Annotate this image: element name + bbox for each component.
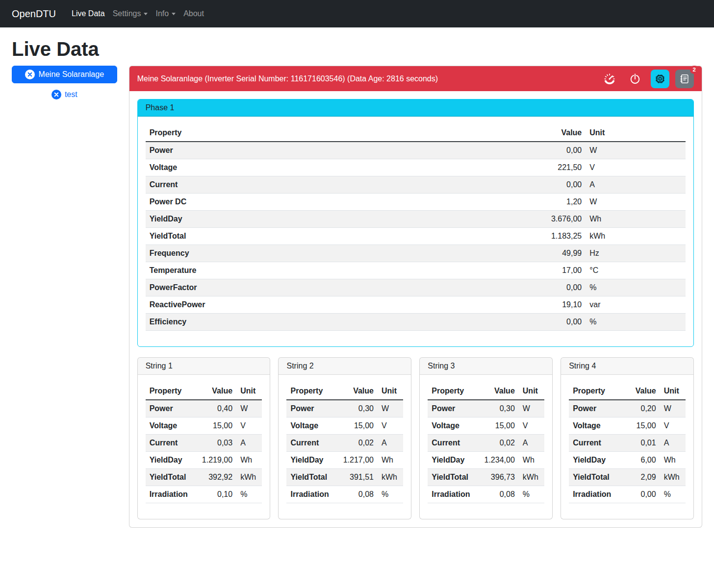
value-cell: 0,02 xyxy=(333,435,378,452)
value-cell: 391,51 xyxy=(333,469,378,486)
value-cell: 221,50 xyxy=(515,159,586,176)
unit-cell: A xyxy=(660,435,686,452)
property-cell: YieldDay xyxy=(286,452,333,469)
unit-cell: V xyxy=(586,159,686,176)
property-cell: Irradiation xyxy=(428,486,474,503)
unit-cell: V xyxy=(378,417,403,435)
unit-cell: var xyxy=(586,296,686,314)
unit-cell: % xyxy=(378,486,403,503)
nav-item-label: Info xyxy=(155,9,169,18)
property-cell: Irradiation xyxy=(569,486,615,503)
table-row: YieldTotal396,73kWh xyxy=(428,469,544,486)
unit-cell: kWh xyxy=(660,469,686,486)
property-cell: Power DC xyxy=(146,194,515,211)
phase-card-body: Property Value Unit Power0,00WVoltage221… xyxy=(138,117,693,346)
property-cell: YieldTotal xyxy=(146,469,192,486)
unit-cell: Wh xyxy=(660,452,686,469)
device-info-button[interactable] xyxy=(651,70,669,88)
table-row: Power0,40W xyxy=(146,400,262,417)
event-log-button[interactable]: 2 xyxy=(675,70,694,88)
inverter-card: Meine Solaranlage (Inverter Serial Numbe… xyxy=(129,66,702,528)
table-row: YieldDay6,00Wh xyxy=(569,452,686,469)
power-control-button[interactable] xyxy=(629,73,641,85)
string-table: Property Value Unit Power0,30WVoltage15,… xyxy=(286,383,403,503)
unit-cell: A xyxy=(378,435,403,452)
value-cell: 0,20 xyxy=(615,400,660,417)
string-card-body: Property Value Unit Power0,40WVoltage15,… xyxy=(138,375,270,519)
value-cell: 15,00 xyxy=(333,417,378,435)
table-row: PowerFactor0,00% xyxy=(146,279,686,296)
property-cell: Voltage xyxy=(146,159,515,176)
sidebar-item-test[interactable]: test xyxy=(12,90,117,99)
table-row: YieldDay1.234,00Wh xyxy=(428,452,544,469)
property-cell: YieldDay xyxy=(569,452,615,469)
string-card: String 1 Property Value Unit xyxy=(137,357,271,519)
chevron-down-icon xyxy=(144,13,148,15)
value-cell: 17,00 xyxy=(515,262,586,279)
string-table: Property Value Unit Power0,30WVoltage15,… xyxy=(428,383,544,503)
unit-cell: kWh xyxy=(519,469,544,486)
value-cell: 0,00 xyxy=(515,142,586,159)
limit-settings-button[interactable] xyxy=(603,72,616,86)
property-cell: YieldTotal xyxy=(569,469,615,486)
unit-cell: kWh xyxy=(236,469,262,486)
nav-item-about[interactable]: About xyxy=(179,5,208,22)
property-cell: ReactivePower xyxy=(146,296,515,314)
unit-cell: V xyxy=(519,417,544,435)
string-card: String 4 Property Value Unit xyxy=(561,357,694,519)
value-cell: 0,00 xyxy=(615,486,660,503)
navbar: OpenDTU Live Data Settings Info About xyxy=(0,0,714,27)
value-cell: 0,02 xyxy=(474,435,518,452)
value-cell: 15,00 xyxy=(192,417,236,435)
unit-cell: Hz xyxy=(586,245,686,262)
property-cell: PowerFactor xyxy=(146,279,515,296)
value-cell: 0,40 xyxy=(192,400,236,417)
nav-item-settings[interactable]: Settings xyxy=(109,5,152,22)
unit-cell: % xyxy=(586,314,686,331)
inverter-header-text: Meine Solaranlage (Inverter Serial Numbe… xyxy=(137,74,603,83)
column-header-value: Value xyxy=(615,383,660,400)
string-card-body: Property Value Unit Power0,30WVoltage15,… xyxy=(420,375,552,519)
value-cell: 0,00 xyxy=(515,279,586,296)
property-cell: Current xyxy=(569,435,615,452)
column-header-unit: Unit xyxy=(660,383,686,400)
strings-grid: String 1 Property Value Unit xyxy=(137,357,694,519)
sidebar-item-meine-solaranlage[interactable]: Meine Solaranlage xyxy=(12,66,117,83)
property-cell: Voltage xyxy=(286,417,333,435)
unit-cell: A xyxy=(586,176,686,194)
journal-text-icon xyxy=(679,74,690,84)
table-row: Voltage15,00V xyxy=(286,417,403,435)
table-row: YieldTotal1.183,25kWh xyxy=(146,228,686,245)
table-row: YieldTotal392,92kWh xyxy=(146,469,262,486)
table-row: Voltage15,00V xyxy=(146,417,262,435)
brand-logo[interactable]: OpenDTU xyxy=(6,6,62,22)
value-cell: 0,10 xyxy=(192,486,236,503)
nav-item-info[interactable]: Info xyxy=(152,5,179,22)
nav-item-label: About xyxy=(183,9,204,18)
column-header-unit: Unit xyxy=(378,383,403,400)
property-cell: Power xyxy=(428,400,474,417)
property-cell: Power xyxy=(286,400,333,417)
unit-cell: °C xyxy=(586,262,686,279)
nav-item-label: Settings xyxy=(113,9,141,18)
property-cell: Voltage xyxy=(569,417,615,435)
value-cell: 15,00 xyxy=(474,417,518,435)
table-row: Current0,00A xyxy=(146,176,686,194)
table-row: Voltage221,50V xyxy=(146,159,686,176)
table-row: Power DC1,20W xyxy=(146,194,686,211)
table-row: Frequency49,99Hz xyxy=(146,245,686,262)
string-card-title: String 3 xyxy=(420,358,552,375)
unit-cell: % xyxy=(236,486,262,503)
string-card-title: String 4 xyxy=(561,358,693,375)
table-row: Voltage15,00V xyxy=(569,417,686,435)
unit-cell: A xyxy=(236,435,262,452)
table-row: Efficiency0,00% xyxy=(146,314,686,331)
property-cell: Voltage xyxy=(146,417,192,435)
unit-cell: A xyxy=(519,435,544,452)
nav-item-live-data[interactable]: Live Data xyxy=(68,5,109,22)
unit-cell: V xyxy=(236,417,262,435)
power-icon xyxy=(629,73,641,85)
main-nav: Live Data Settings Info About xyxy=(68,5,208,22)
inverter-card-header: Meine Solaranlage (Inverter Serial Numbe… xyxy=(129,66,702,91)
property-cell: Current xyxy=(146,435,192,452)
